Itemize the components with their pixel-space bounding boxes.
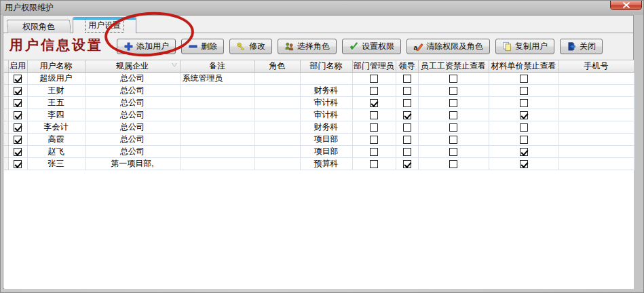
col-header-dept-admin[interactable]: 部门管理员 — [352, 60, 396, 73]
salary-block-checkbox[interactable] — [449, 111, 457, 119]
leader-cell — [396, 146, 418, 158]
phone-cell — [558, 121, 634, 134]
role-cell — [254, 121, 300, 134]
salary-block-checkbox[interactable] — [449, 148, 457, 156]
price-block-checkbox[interactable] — [520, 123, 528, 132]
enable-checkbox[interactable] — [14, 148, 22, 156]
enable-checkbox[interactable] — [14, 136, 22, 144]
enable-checkbox[interactable] — [14, 111, 22, 119]
modify-button[interactable]: 修改 — [229, 39, 272, 54]
leader-cell — [396, 158, 418, 170]
check-icon — [349, 41, 359, 52]
enable-checkbox[interactable] — [14, 87, 22, 95]
dept-admin-checkbox[interactable] — [370, 75, 378, 83]
col-header-user-name[interactable]: 用户名称 — [27, 60, 85, 73]
user-name-cell: 李四 — [27, 109, 85, 121]
dept-admin-checkbox[interactable] — [370, 160, 378, 168]
salary-block-checkbox[interactable] — [449, 75, 457, 83]
leader-checkbox[interactable] — [403, 136, 411, 144]
col-header-phone[interactable]: 手机号 — [558, 60, 634, 73]
col-header-enabled[interactable]: 启用 — [8, 60, 27, 73]
leader-checkbox[interactable] — [403, 111, 411, 119]
table-row[interactable]: 高霞总公司项目部 — [4, 134, 634, 146]
col-header-note[interactable]: 备注 — [180, 60, 254, 73]
price-block-checkbox[interactable] — [520, 136, 528, 144]
salary-block-checkbox[interactable] — [449, 99, 457, 107]
dept-cell: 财务科 — [300, 121, 352, 134]
table-row[interactable]: 王五总公司审计科 — [4, 97, 634, 109]
col-header-leader[interactable]: 领导 — [396, 60, 418, 73]
tab-permission-roles[interactable]: 权限角色 — [6, 20, 71, 33]
col-header-company[interactable]: 规属企业 — [85, 60, 180, 73]
leader-checkbox[interactable] — [403, 123, 411, 132]
dept-admin-cell — [352, 97, 396, 109]
salary-block-cell — [418, 134, 489, 146]
enable-cell — [8, 121, 27, 134]
note-cell — [180, 97, 254, 109]
company-cell: 总公司 — [85, 134, 180, 146]
dept-admin-checkbox[interactable] — [370, 111, 378, 119]
table-row[interactable]: 李会计总公司财务科 — [4, 121, 634, 134]
price-block-checkbox[interactable] — [520, 75, 528, 83]
table-row[interactable]: 赵飞总公司项目部 — [4, 146, 634, 158]
price-block-checkbox[interactable] — [520, 148, 528, 156]
dept-admin-checkbox[interactable] — [370, 87, 378, 95]
price-block-checkbox[interactable] — [520, 111, 528, 119]
col-header-role[interactable]: 角色 — [254, 60, 300, 73]
set-permission-button[interactable]: 设置权限 — [342, 39, 401, 54]
dept-cell — [300, 73, 352, 85]
price-block-checkbox[interactable] — [520, 160, 528, 168]
enable-checkbox[interactable] — [14, 123, 22, 132]
add-user-button[interactable]: 添加用户 — [117, 39, 176, 54]
close-button[interactable] — [610, 1, 642, 10]
user-name-cell: 赵飞 — [27, 146, 85, 158]
salary-block-checkbox[interactable] — [449, 160, 457, 168]
close-window-button[interactable]: 关闭 — [560, 39, 603, 54]
phone-cell — [558, 85, 634, 97]
leader-checkbox[interactable] — [403, 148, 411, 156]
dept-admin-cell — [352, 109, 396, 121]
copy-user-button[interactable]: 复制用户 — [495, 39, 554, 54]
table-row[interactable]: 超级用户总公司系统管理员 — [4, 73, 634, 85]
dept-admin-checkbox[interactable] — [370, 136, 378, 144]
button-label: 清除权限及角色 — [426, 41, 483, 52]
dept-cell: 审计科 — [300, 109, 352, 121]
salary-block-checkbox[interactable] — [449, 87, 457, 95]
select-role-button[interactable]: 选择角色 — [278, 39, 337, 54]
table-row[interactable]: 张三第一项目部,预算科 — [4, 158, 634, 170]
key-icon — [236, 41, 246, 52]
table-row[interactable]: 李四总公司审计科 — [4, 109, 634, 121]
button-label: 设置权限 — [362, 41, 394, 52]
dept-admin-checkbox[interactable] — [370, 99, 378, 107]
price-block-checkbox[interactable] — [520, 99, 528, 107]
enable-checkbox[interactable] — [14, 75, 22, 83]
col-header-dept[interactable]: 部门名称 — [300, 60, 352, 73]
dept-admin-cell — [352, 146, 396, 158]
tab-user-settings[interactable]: 用户设置 — [73, 17, 136, 33]
leader-checkbox[interactable] — [403, 75, 411, 83]
enable-checkbox[interactable] — [14, 99, 22, 107]
leader-checkbox[interactable] — [403, 160, 411, 168]
enable-checkbox[interactable] — [14, 160, 22, 168]
col-header-price-block[interactable]: 材料单价禁止查看 — [489, 60, 558, 73]
dept-admin-cell — [352, 121, 396, 134]
note-cell — [180, 146, 254, 158]
table-row[interactable]: 王财总公司财务科 — [4, 85, 634, 97]
plus-icon — [124, 41, 134, 52]
delete-button[interactable]: 删除 — [181, 39, 224, 54]
clear-permission-role-button[interactable]: a 清除权限及角色 — [406, 39, 490, 54]
dept-admin-checkbox[interactable] — [370, 123, 378, 132]
leader-cell — [396, 73, 418, 85]
enable-cell — [8, 73, 27, 85]
enable-cell — [8, 146, 27, 158]
col-header-salary-block[interactable]: 员工工资禁止查看 — [418, 60, 489, 73]
dept-admin-cell — [352, 134, 396, 146]
leader-checkbox[interactable] — [403, 87, 411, 95]
phone-cell — [558, 158, 634, 170]
price-block-checkbox[interactable] — [520, 87, 528, 95]
salary-block-checkbox[interactable] — [449, 123, 457, 132]
user-name-cell: 超级用户 — [27, 73, 85, 85]
leader-checkbox[interactable] — [403, 99, 411, 107]
salary-block-checkbox[interactable] — [449, 136, 457, 144]
dept-admin-checkbox[interactable] — [370, 148, 378, 156]
